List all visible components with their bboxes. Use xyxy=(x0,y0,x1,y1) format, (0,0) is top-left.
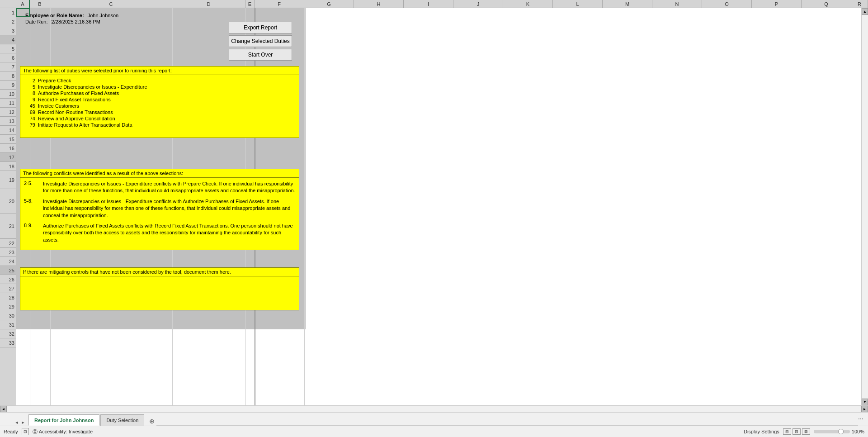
col-header-b[interactable]: B xyxy=(30,0,50,8)
mitigating-section-body[interactable] xyxy=(20,276,299,310)
col-header-r[interactable]: R xyxy=(851,0,868,8)
conflicts-section-header: The following conflicts were identified … xyxy=(20,169,299,178)
tab-bar: ◄ ► Report for John Johnson Duty Selecti… xyxy=(0,412,868,426)
page-layout-btn[interactable]: ⊟ xyxy=(793,428,801,435)
view-buttons: ⊞ ⊟ ⊠ xyxy=(783,428,810,435)
duty-item-4: 9 Record Fixed Asset Transactions xyxy=(24,97,295,102)
row-num-31: 31 xyxy=(0,320,16,329)
col-header-c[interactable]: C xyxy=(50,0,172,8)
conflict-item-2: 5-8. Investigate Discrepancies or Issues… xyxy=(24,198,295,219)
row-num-24: 24 xyxy=(0,257,16,266)
tab-nav-arrows: ◄ ► xyxy=(14,419,26,426)
tab-prev-btn[interactable]: ◄ xyxy=(14,419,20,426)
row-num-10: 10 xyxy=(0,90,16,99)
date-value: 2/28/2025 2:16:36 PM xyxy=(52,19,100,24)
horizontal-scrollbar[interactable]: ◄ ► xyxy=(0,405,868,412)
row-numbers: 1 2 3 4 5 6 7 8 9 10 11 12 13 14 15 16 1… xyxy=(0,8,16,405)
employee-label: Employee or Role Name: xyxy=(25,13,84,18)
col-header-o[interactable]: O xyxy=(702,0,752,8)
row-num-21: 21 xyxy=(0,214,16,239)
report-header: Employee or Role Name: John Johnson Date… xyxy=(25,13,118,24)
accessibility-text: Accessibility: Investigate xyxy=(39,429,93,434)
row-num-19: 19 xyxy=(0,171,16,189)
tab-duty-selection[interactable]: Duty Selection xyxy=(100,414,144,426)
row-num-30: 30 xyxy=(0,311,16,320)
scrollbar-up-btn[interactable]: ▲ xyxy=(862,8,868,15)
empty-bg xyxy=(306,8,861,329)
duty-item-3: 8 Authorize Purchases of Fixed Assets xyxy=(24,90,295,96)
col-header-g[interactable]: G xyxy=(304,0,354,8)
row-num-20: 20 xyxy=(0,189,16,214)
col-header-i[interactable]: I xyxy=(404,0,453,8)
col-header-q[interactable]: Q xyxy=(802,0,851,8)
col-header-k[interactable]: K xyxy=(503,0,553,8)
column-headers: A B C D E F G H I J K L M N O P Q R xyxy=(0,0,868,8)
conflicts-section-body: 2-5. Investigate Discrepancies or Issues… xyxy=(20,178,299,250)
row-num-16: 16 xyxy=(0,144,16,153)
row-num-11: 11 xyxy=(0,99,16,108)
change-selected-duties-button[interactable]: Change Selected Duties xyxy=(229,35,292,47)
scrollbar-left-btn[interactable]: ◄ xyxy=(0,406,7,413)
scrollbar-right-btn[interactable]: ► xyxy=(861,406,868,413)
start-over-button[interactable]: Start Over xyxy=(229,49,292,61)
status-ready: Ready xyxy=(4,429,18,434)
col-header-a[interactable]: A xyxy=(16,0,30,8)
row-num-5: 5 xyxy=(0,44,16,53)
corner-cell xyxy=(0,0,16,8)
col-header-e[interactable]: E xyxy=(245,0,255,8)
duty-item-7: 74 Review and Approve Consolidation xyxy=(24,116,295,121)
date-line: Date Run: 2/28/2025 2:16:36 PM xyxy=(25,19,118,24)
col-header-m[interactable]: M xyxy=(603,0,652,8)
row-num-18: 18 xyxy=(0,162,16,171)
duty-item-5: 45 Invoice Customers xyxy=(24,103,295,109)
zoom-slider[interactable] xyxy=(814,430,850,433)
status-bar: Ready ⊡ ⓪ Accessibility: Investigate Dis… xyxy=(0,426,868,437)
row-num-32: 32 xyxy=(0,329,16,338)
row-num-33: 33 xyxy=(0,338,16,347)
col-header-d[interactable]: D xyxy=(172,0,245,8)
zoom-controls: 100% xyxy=(814,429,864,434)
zoom-thumb xyxy=(838,429,844,434)
duties-section-body: 2 Prepare Check 5 Investigate Discrepanc… xyxy=(20,75,299,138)
tab-add-button[interactable]: ⊕ xyxy=(147,417,156,426)
duties-section-header: The following list of duties were select… xyxy=(20,66,299,75)
col-header-p[interactable]: P xyxy=(752,0,802,8)
normal-view-btn[interactable]: ⊞ xyxy=(783,428,791,435)
col-header-h[interactable]: H xyxy=(354,0,404,8)
row-num-28: 28 xyxy=(0,293,16,302)
col-header-j[interactable]: J xyxy=(453,0,503,8)
mitigating-section-header: If there are mitigating controls that ha… xyxy=(20,267,299,276)
tab-next-btn[interactable]: ► xyxy=(20,419,26,426)
row-num-6: 6 xyxy=(0,53,16,62)
col-header-l[interactable]: L xyxy=(553,0,603,8)
vertical-scrollbar[interactable]: ▲ ▼ xyxy=(861,8,868,405)
row-num-8: 8 xyxy=(0,71,16,81)
row-num-2: 2 xyxy=(0,17,16,26)
row-num-27: 27 xyxy=(0,284,16,293)
macro-icon[interactable]: ⊡ xyxy=(22,428,29,435)
row-num-17: 17 xyxy=(0,153,16,162)
row-num-15: 15 xyxy=(0,135,16,144)
row-num-3: 3 xyxy=(0,26,16,35)
accessibility-indicator[interactable]: ⓪ Accessibility: Investigate xyxy=(33,428,93,435)
display-settings-text[interactable]: Display Settings xyxy=(744,429,779,434)
export-report-button[interactable]: Export Report xyxy=(229,22,292,33)
row-num-29: 29 xyxy=(0,302,16,311)
row-num-14: 14 xyxy=(0,126,16,135)
row-num-26: 26 xyxy=(0,275,16,284)
scrollbar-down-btn[interactable]: ▼ xyxy=(862,399,868,405)
grid-content[interactable]: Employee or Role Name: John Johnson Date… xyxy=(16,8,861,405)
col-header-f[interactable]: F xyxy=(255,0,304,8)
row-num-12: 12 xyxy=(0,108,16,117)
page-break-btn[interactable]: ⊠ xyxy=(802,428,810,435)
duty-item-6: 69 Record Non-Routine Transactions xyxy=(24,109,295,115)
duty-item-1: 2 Prepare Check xyxy=(24,78,295,83)
col-header-n[interactable]: N xyxy=(652,0,702,8)
row-num-7: 7 xyxy=(0,62,16,71)
tab-options-icon[interactable]: ⋯ xyxy=(858,416,863,422)
mitigating-section: If there are mitigating controls that ha… xyxy=(20,267,299,310)
buttons-panel: Export Report Change Selected Duties Sta… xyxy=(229,22,292,61)
scrollbar-track-h[interactable] xyxy=(7,406,861,412)
excel-app: A B C D E F G H I J K L M N O P Q R 1 2 … xyxy=(0,0,868,437)
tab-report-john-johnson[interactable]: Report for John Johnson xyxy=(28,414,99,426)
